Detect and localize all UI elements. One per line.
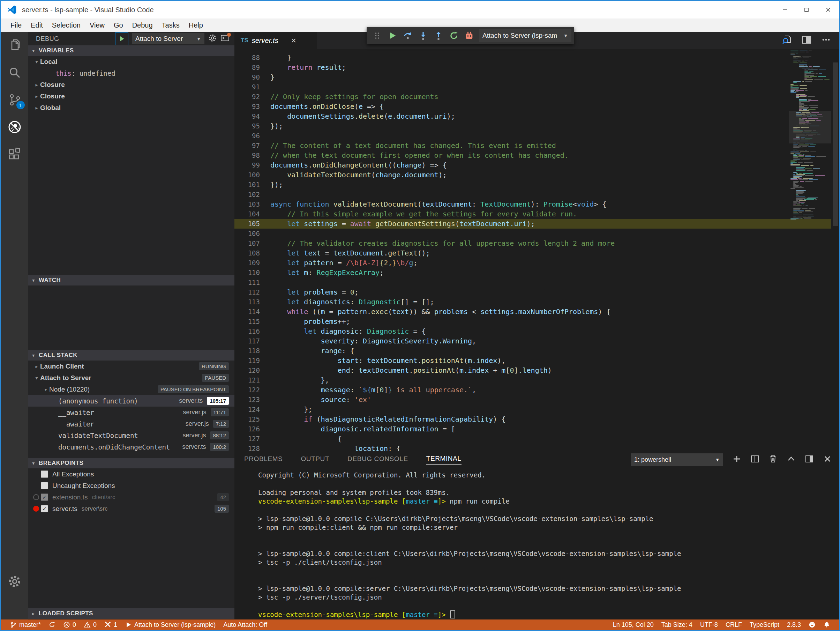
menu-item-tasks[interactable]: Tasks (157, 21, 184, 29)
activity-debug-icon[interactable] (1, 114, 28, 141)
stack-frame-row[interactable]: (anonymous function)server.ts105:17 (28, 395, 234, 406)
start-debugging-button[interactable] (115, 32, 128, 45)
line-number[interactable]: 99 (234, 160, 260, 170)
line-number[interactable]: 101 (234, 180, 260, 190)
breakpoint-checkbox[interactable] (41, 482, 48, 489)
line-number[interactable]: 122 (234, 385, 260, 395)
statusbar-item-typescript[interactable]: TypeScript (746, 621, 783, 629)
scrollbar-thumb[interactable] (833, 62, 838, 226)
stack-frame-row[interactable]: ▾Node (10220)PAUSED ON BREAKPOINT (28, 384, 234, 395)
loaded-scripts-section-header[interactable]: ▸ LOADED SCRIPTS (28, 608, 234, 619)
line-number[interactable]: 100 (234, 170, 260, 180)
line-number[interactable]: 110 (234, 268, 260, 277)
statusbar-item-tab-size-4[interactable]: Tab Size: 4 (658, 621, 696, 629)
line-number[interactable]: 124 (234, 405, 260, 414)
code-line-101[interactable]: 101}); (234, 180, 831, 190)
code-line-122[interactable]: 122 message: `${m[0]} is all uppercase.`… (234, 385, 831, 395)
maximize-panel-icon[interactable] (786, 454, 796, 465)
breakpoints-section-header[interactable]: ▾ BREAKPOINTS (28, 458, 234, 468)
debug-console-toggle-icon[interactable] (221, 33, 229, 44)
breakpoint-row[interactable]: ✓server.tsserver\src105 (28, 503, 234, 514)
move-panel-icon[interactable] (805, 454, 814, 465)
code-line-116[interactable]: 116 let diagnosic: Diagnostic = { (234, 326, 831, 336)
line-number[interactable]: 108 (234, 248, 260, 258)
panel-tab-problems[interactable]: PROBLEMS (244, 455, 283, 464)
menu-item-edit[interactable]: Edit (26, 21, 47, 29)
menu-item-file[interactable]: File (6, 21, 26, 29)
activity-source-control-icon[interactable]: 1 (1, 86, 28, 114)
stack-frame-row[interactable]: __awaiterserver.js7:12 (28, 418, 234, 430)
code-line-104[interactable]: 104 // In this simple example we get the… (234, 209, 831, 219)
close-tab-icon[interactable]: ✕ (291, 36, 297, 45)
statusbar-item-1[interactable]: 1 (101, 621, 121, 629)
stack-frame-row[interactable]: documents.onDidChangeContentserver.ts100… (28, 441, 234, 453)
line-number[interactable]: 105 (234, 219, 260, 229)
line-number[interactable]: 93 (234, 101, 260, 111)
panel-tab-terminal[interactable]: TERMINAL (426, 455, 461, 465)
statusbar-item-0[interactable]: 0 (80, 621, 101, 629)
editor-scrollbar[interactable] (832, 49, 839, 451)
menu-item-view[interactable]: View (85, 21, 109, 29)
code-line-105[interactable]: 105 let settings = await getDocumentSett… (234, 219, 831, 229)
code-line-125[interactable]: 125 if (hasDiagnosticRelatedInformationC… (234, 414, 831, 424)
line-number[interactable]: 106 (234, 229, 260, 238)
code-line-107[interactable]: 107 // The validator creates diagnostics… (234, 238, 831, 248)
call-stack-section-header[interactable]: ▾ CALL STACK (28, 350, 234, 361)
stack-frame-row[interactable]: ▾Attach to ServerPAUSED (28, 372, 234, 384)
debug-settings-gear-icon[interactable] (208, 33, 217, 44)
line-number[interactable]: 119 (234, 356, 260, 365)
code-line-96[interactable]: 96 (234, 131, 831, 141)
debug-config-select[interactable]: Attach to Server▼ (132, 33, 204, 44)
watch-section-header[interactable]: ▾ WATCH (28, 275, 234, 285)
restart-icon[interactable] (446, 28, 461, 43)
split-editor-icon[interactable] (801, 35, 812, 46)
stack-frame-row[interactable]: ▸Launch ClientRUNNING (28, 361, 234, 372)
code-line-94[interactable]: 94 documentSettings.delete(e.document.ur… (234, 111, 831, 121)
line-number[interactable]: 115 (234, 316, 260, 326)
menu-item-selection[interactable]: Selection (47, 21, 85, 29)
statusbar-item-crlf[interactable]: CRLF (722, 621, 746, 629)
line-number[interactable]: 116 (234, 326, 260, 336)
line-number[interactable]: 126 (234, 424, 260, 434)
line-number[interactable]: 114 (234, 307, 260, 316)
statusbar-item-master[interactable]: master* (6, 621, 45, 629)
code-line-95[interactable]: 95}); (234, 121, 831, 131)
line-number[interactable]: 127 (234, 434, 260, 444)
close-panel-icon[interactable] (823, 454, 832, 465)
new-terminal-icon[interactable] (732, 454, 741, 465)
line-number[interactable]: 96 (234, 131, 260, 141)
code-line-93[interactable]: 93documents.onDidClose(e => { (234, 101, 831, 111)
code-line-89[interactable]: 89 return result; (234, 62, 831, 72)
breakpoint-checkbox[interactable] (41, 470, 48, 478)
split-terminal-icon[interactable] (750, 454, 759, 465)
maximize-button[interactable] (796, 1, 817, 19)
breakpoint-checkbox[interactable]: ✓ (41, 505, 48, 512)
activity-files-icon[interactable] (1, 32, 28, 59)
open-preview-icon[interactable] (782, 35, 792, 46)
statusbar-item-smiley-icon[interactable] (805, 621, 819, 628)
line-number[interactable]: 109 (234, 258, 260, 268)
step-into-icon[interactable] (415, 28, 431, 43)
code-line-119[interactable]: 119 start: textDocument.positionAt(m.ind… (234, 356, 831, 365)
statusbar-item-2-8-3[interactable]: 2.8.3 (783, 621, 805, 629)
line-number[interactable]: 95 (234, 121, 260, 131)
code-line-92[interactable]: 92// Only keep settings for open documen… (234, 92, 831, 101)
code-line-109[interactable]: 109 let pattern = /\b[A-Z]{2,}\b/g; (234, 258, 831, 268)
breakpoint-checkbox[interactable]: ✓ (41, 493, 48, 501)
continue-icon[interactable] (385, 28, 400, 43)
code-line-111[interactable]: 111 (234, 277, 831, 287)
close-button[interactable] (817, 1, 839, 19)
code-line-102[interactable]: 102 (234, 190, 831, 199)
line-number[interactable]: 92 (234, 92, 260, 101)
terminal-select[interactable]: 1: powershell▼ (631, 453, 723, 466)
variables-row[interactable]: ▸Global (28, 102, 234, 114)
line-number[interactable]: 125 (234, 414, 260, 424)
line-number[interactable]: 98 (234, 150, 260, 160)
code-line-97[interactable]: 97// The content of a text document has … (234, 141, 831, 150)
line-number[interactable]: 102 (234, 190, 260, 199)
code-line-108[interactable]: 108 let text = textDocument.getText(); (234, 248, 831, 258)
statusbar-item-0[interactable]: 0 (59, 621, 80, 629)
tab-server-ts[interactable]: TS server.ts ✕ (234, 32, 317, 49)
line-number[interactable]: 112 (234, 287, 260, 297)
disconnect-icon[interactable] (461, 28, 477, 43)
